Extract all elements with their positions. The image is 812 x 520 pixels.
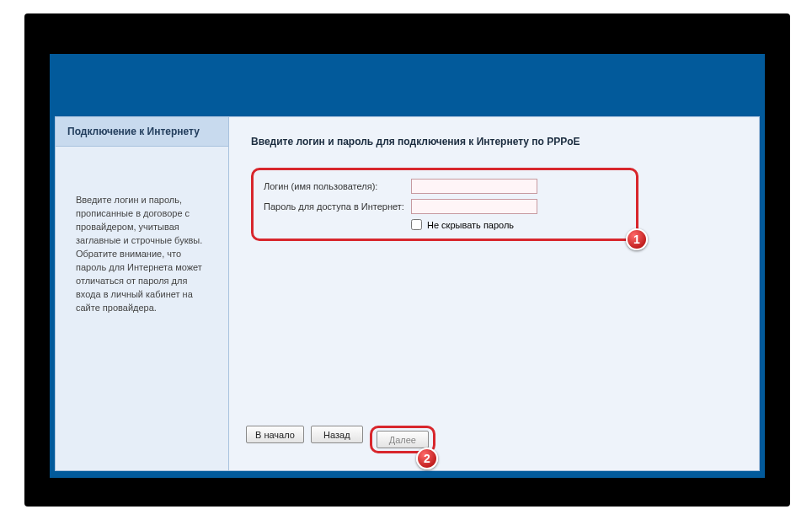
show-password-label: Не скрывать пароль <box>427 220 514 230</box>
form-title: Введите логин и пароль для подключения к… <box>251 136 737 147</box>
show-password-checkbox[interactable] <box>411 219 422 230</box>
annotation-badge-1: 1 <box>626 228 648 250</box>
back-button[interactable]: Назад <box>311 426 363 443</box>
outer-frame: ZyXEL Keenetic Подключение к Интернету В… <box>24 13 790 507</box>
blue-frame: Подключение к Интернету Введите логин и … <box>50 54 765 478</box>
sidebar: Подключение к Интернету Введите логин и … <box>56 117 229 470</box>
credentials-highlight: Логин (имя пользователя): Пароль для дос… <box>251 168 638 241</box>
main-content: Введите логин и пароль для подключения к… <box>229 117 759 426</box>
home-button[interactable]: В начало <box>246 426 304 443</box>
password-label: Пароль для доступа в Интернет: <box>264 201 411 212</box>
panel: Подключение к Интернету Введите логин и … <box>55 116 760 471</box>
show-password-row: Не скрывать пароль <box>411 219 626 230</box>
login-label: Логин (имя пользователя): <box>264 181 411 191</box>
action-row: В начало Назад Далее 2 <box>229 426 759 470</box>
next-highlight: Далее 2 <box>370 426 435 453</box>
password-input[interactable] <box>411 199 537 214</box>
login-row: Логин (имя пользователя): <box>264 179 626 194</box>
next-button[interactable]: Далее <box>377 431 429 448</box>
password-row: Пароль для доступа в Интернет: <box>264 199 626 214</box>
sidebar-help-text: Введите логин и пароль, прописанные в до… <box>56 147 228 330</box>
annotation-badge-2: 2 <box>416 448 438 469</box>
main: Введите логин и пароль для подключения к… <box>229 117 759 470</box>
sidebar-tab-internet[interactable]: Подключение к Интернету <box>56 117 228 147</box>
login-input[interactable] <box>411 179 537 194</box>
